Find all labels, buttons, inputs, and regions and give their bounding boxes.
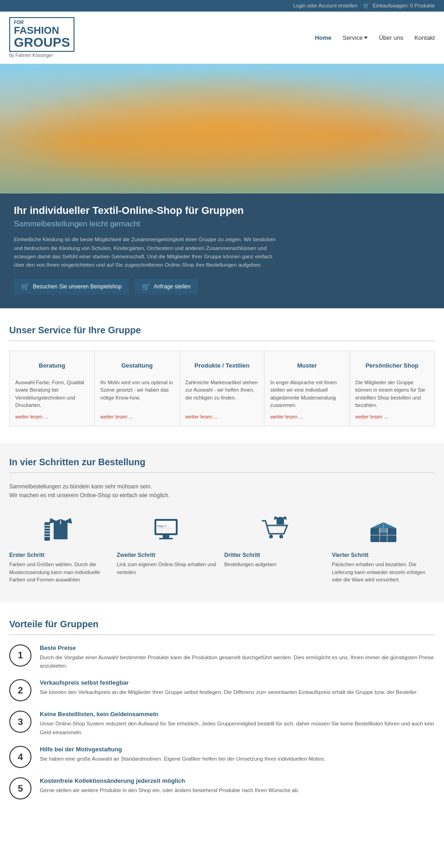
svg-point-12: [315, 94, 341, 120]
btn2-label: Anfrage stellen: [154, 283, 191, 290]
service-card-title: Produkte / Textilien: [185, 357, 259, 374]
vorteil-title: Verkaufspreis selbst festlegbar: [40, 679, 418, 686]
account-link[interactable]: Account erstellen: [318, 3, 357, 8]
svg-rect-25: [159, 538, 173, 539]
svg-point-14: [179, 133, 190, 144]
step-icon-area: [224, 514, 327, 546]
anfrage-button[interactable]: 🛒 Anfrage stellen: [135, 279, 198, 294]
service-card: Produkte / Textilien Zahlreiche Markenar…: [180, 351, 265, 426]
vorteil-title: Hilfe bei der Motivgestaltung: [40, 746, 326, 753]
step-title: Dritter Schritt: [224, 552, 260, 558]
vorteil-content: Kostenfreie Kollektionsänderung jederzei…: [40, 777, 299, 794]
service-card: Gestaltung Ihr Motiv wird von uns optima…: [95, 351, 179, 426]
svg-point-5: [106, 112, 134, 173]
nav-kontakt[interactable]: Kontakt: [414, 34, 435, 41]
service-card: Persönlicher Shop Die Mitglieder der Gru…: [350, 351, 434, 426]
service-grid: Beratung Auswahl Farbe, Form, Qualität s…: [9, 350, 435, 426]
svg-point-2: [51, 92, 125, 147]
step-icon-area: [9, 514, 112, 546]
hero-text-area: Ihr individueller Textil-Online-Shop für…: [0, 194, 444, 308]
anfrage-cart-icon: 🛒: [142, 283, 150, 290]
svg-point-10: [238, 98, 262, 122]
weiter-lesen-link[interactable]: weiter lesen ...: [185, 414, 259, 419]
vorteil-content: Verkaufspreis selbst festlegbar Sie könn…: [40, 679, 418, 696]
svg-point-3: [319, 73, 412, 147]
logo-box: FOR FASHION GROUPS: [9, 17, 74, 52]
hero-photo-svg: [0, 64, 444, 194]
weiter-lesen-link[interactable]: weiter lesen ...: [355, 414, 429, 419]
vorteil-number: 2: [9, 679, 31, 701]
hero-section: Ihr individueller Textil-Online-Shop für…: [0, 64, 444, 308]
login-link[interactable]: Login: [293, 3, 306, 8]
step-title: Vierter Schritt: [332, 552, 369, 558]
chevron-down-icon: [364, 37, 368, 39]
top-bar: Login oder Account erstellen 🛒 Einkaufsw…: [0, 0, 444, 12]
hero-image: [0, 64, 444, 194]
step-body: Farben und Größen wählen. Durch die Must…: [9, 561, 112, 584]
svg-rect-1: [42, 147, 402, 194]
main-nav: Home Service Über uns Kontakt: [315, 34, 435, 41]
vorteil-body: Durch die Vorgabe einer Auswahl bestimmt…: [40, 653, 435, 670]
step-title: Erster Schritt: [9, 552, 44, 558]
vorteil-title: Beste Preise: [40, 644, 435, 651]
service-section: Unser Service für Ihre Gruppe Beratung A…: [0, 308, 444, 443]
cart-link[interactable]: Einkaufswagen: 0 Produkte: [373, 3, 435, 8]
header: FOR FASHION GROUPS by Fahnen Kössinger H…: [0, 12, 444, 64]
weiter-lesen-link[interactable]: weiter lesen ...: [100, 414, 174, 419]
step1-icon: [42, 515, 79, 545]
service-card-body: Auswahl Farbe, Form, Qualität sowie Bera…: [15, 379, 89, 409]
vorteil-item: 5 Kostenfreie Kollektionsänderung jederz…: [9, 777, 435, 799]
step-item: http://... Zweiter Schritt Link zum eige…: [117, 514, 220, 584]
vorteil-content: Hilfe bei der Motivgestaltung Sie haben …: [40, 746, 326, 763]
step-item: Vierter Schritt Päckchen erhalten und be…: [332, 514, 435, 584]
weiter-lesen-link[interactable]: weiter lesen ...: [15, 414, 89, 419]
vorteile-title: Vorteile für Gruppen: [9, 619, 435, 635]
vorteil-number: 5: [9, 777, 31, 799]
vorteil-number: 4: [9, 746, 31, 768]
service-card-title: Muster: [270, 357, 344, 374]
hero-buttons: 🛒 Besuchen Sie unseren Beispielshop 🛒 An…: [14, 279, 430, 294]
service-card-title: Beratung: [15, 357, 89, 374]
steps-subtitle: Sammelbestellungen zu bündeln kann sehr …: [9, 482, 435, 500]
vorteil-number: 1: [9, 644, 31, 667]
vorteil-title: Keine Bestelllisten, kein Geldeinsammeln: [40, 711, 435, 718]
logo-area: FOR FASHION GROUPS by Fahnen Kössinger: [9, 17, 74, 58]
step-item: Erster Schritt Farben und Größen wählen.…: [9, 514, 112, 584]
nav-ueber[interactable]: Über uns: [379, 34, 403, 41]
svg-point-30: [279, 535, 283, 538]
weiter-lesen-link[interactable]: weiter lesen ...: [270, 414, 344, 419]
btn1-label: Besuchen Sie unseren Beispielshop: [33, 283, 122, 290]
svg-rect-0: [42, 64, 402, 194]
nav-home[interactable]: Home: [315, 34, 332, 41]
vorteil-item: 2 Verkaufspreis selbst festlegbar Sie kö…: [9, 679, 435, 701]
service-card: Beratung Auswahl Farbe, Form, Qualität s…: [10, 351, 94, 426]
step-item: Dritter Schritt Bestellungen aufgeben: [224, 514, 327, 584]
steps-section: In vier Schritten zur Bestellung Sammelb…: [0, 443, 444, 602]
vorteil-body: Unser Online-Shop System reduziert den A…: [40, 719, 435, 737]
svg-point-8: [171, 95, 199, 123]
svg-text:http://...: http://...: [157, 524, 170, 528]
svg-rect-24: [163, 535, 169, 538]
service-section-title: Unser Service für Ihre Gruppe: [9, 325, 435, 341]
service-card-title: Persönlicher Shop: [355, 357, 429, 374]
step-icon-area: [332, 514, 435, 546]
logo-groups: GROUPS: [14, 36, 70, 49]
vorteil-item: 3 Keine Bestelllisten, kein Geldeinsamme…: [9, 711, 435, 737]
logo-subtitle: by Fahnen Kössinger: [9, 53, 74, 58]
svg-rect-16: [44, 522, 50, 541]
service-card-body: Zahlreiche Markenartikel stehen zur Ausw…: [185, 379, 259, 409]
nav-service[interactable]: Service: [343, 34, 368, 41]
service-card-title: Gestaltung: [100, 357, 174, 374]
svg-point-15: [322, 131, 333, 143]
cart-icon: 🛒: [363, 3, 370, 9]
vorteile-list: 1 Beste Preise Durch die Vorgabe einer A…: [9, 644, 435, 800]
steps-grid: Erster Schritt Farben und Größen wählen.…: [9, 514, 435, 584]
beispielshop-button[interactable]: 🛒 Besuchen Sie unseren Beispielshop: [14, 279, 129, 294]
step-body: Link zum eigenen Online-Shop erhalten un…: [117, 561, 220, 576]
nav-service-link[interactable]: Service: [343, 34, 363, 41]
hero-subtitle: Sammelbestellungen leicht gemacht: [14, 219, 430, 229]
vorteil-content: Keine Bestelllisten, kein Geldeinsammeln…: [40, 711, 435, 737]
step-body: Päckchen erhalten und bezahlen. Die Lief…: [332, 561, 435, 584]
oder-text: oder: [307, 3, 318, 8]
step-icon-area: http://...: [117, 514, 220, 546]
